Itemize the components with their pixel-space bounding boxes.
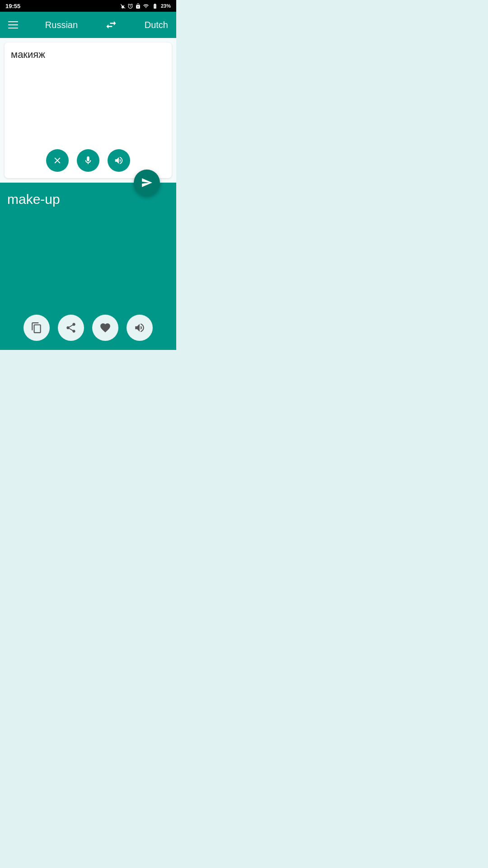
copy-button[interactable]	[23, 315, 50, 341]
mic-button[interactable]	[77, 149, 99, 172]
input-section: макияж	[0, 38, 176, 183]
status-icons: 23%	[120, 3, 171, 9]
input-action-buttons	[5, 149, 172, 172]
speak-input-button[interactable]	[108, 149, 130, 172]
alarm-icon	[127, 3, 133, 9]
share-button[interactable]	[58, 315, 84, 341]
app-header: Russian Dutch	[0, 12, 176, 38]
share-icon	[65, 322, 77, 334]
output-section: make-up	[0, 183, 176, 350]
input-card: макияж	[5, 42, 172, 178]
copy-icon	[31, 322, 42, 334]
mic-icon	[83, 156, 93, 165]
clear-input-button[interactable]	[46, 149, 69, 172]
output-action-buttons	[0, 315, 176, 341]
target-language-button[interactable]: Dutch	[145, 20, 168, 30]
translate-button[interactable]	[134, 170, 160, 196]
mute-icon	[120, 3, 126, 9]
battery-icon	[151, 3, 159, 9]
send-icon	[141, 177, 153, 189]
favorite-button[interactable]	[92, 315, 118, 341]
lock-icon	[135, 3, 141, 9]
source-language-button[interactable]: Russian	[45, 20, 78, 30]
menu-button[interactable]	[8, 21, 18, 28]
heart-icon	[99, 322, 111, 334]
clear-icon	[52, 156, 62, 165]
battery-percent: 23%	[161, 3, 171, 9]
signal-icon	[143, 3, 149, 9]
source-text-input[interactable]: макияж	[11, 49, 165, 148]
speak-output-button[interactable]	[127, 315, 153, 341]
status-bar: 19:55 23%	[0, 0, 176, 12]
swap-icon	[105, 19, 117, 31]
volume-output-icon	[134, 322, 145, 334]
volume-input-icon	[114, 156, 124, 165]
time-display: 19:55	[5, 3, 20, 9]
swap-languages-button[interactable]	[105, 19, 117, 31]
